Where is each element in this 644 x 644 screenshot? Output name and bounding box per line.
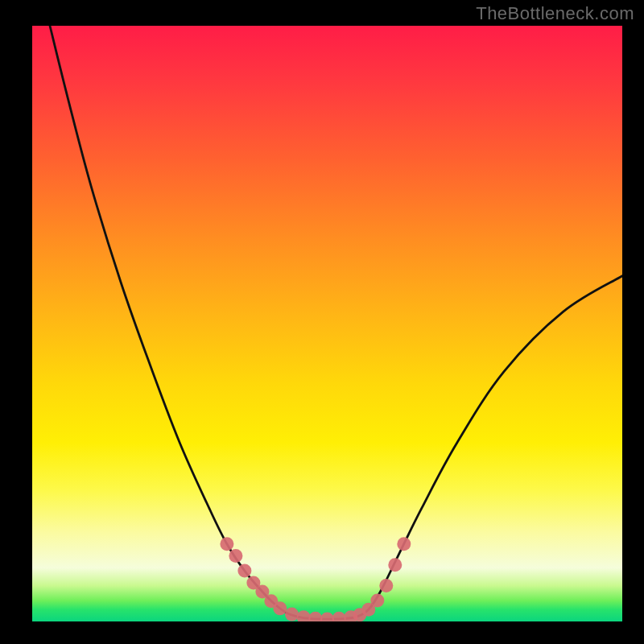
data-point-marker — [332, 612, 346, 621]
plot-area — [32, 26, 622, 621]
data-markers — [220, 537, 411, 621]
data-point-marker — [397, 537, 411, 551]
data-point-marker — [308, 612, 322, 621]
data-point-marker — [220, 537, 233, 551]
data-point-marker — [320, 613, 334, 621]
watermark: TheBottleneck.com — [476, 3, 634, 24]
data-point-marker — [297, 610, 311, 621]
data-point-marker — [285, 608, 299, 621]
data-point-marker — [379, 579, 393, 592]
bottleneck-curve — [50, 26, 622, 619]
data-point-marker — [388, 558, 402, 572]
data-point-marker — [273, 601, 287, 615]
curve-layer — [32, 26, 622, 621]
data-point-marker — [229, 549, 242, 563]
data-point-marker — [237, 564, 251, 578]
data-point-marker — [370, 594, 384, 608]
chart-container: TheBottleneck.com — [0, 0, 644, 644]
